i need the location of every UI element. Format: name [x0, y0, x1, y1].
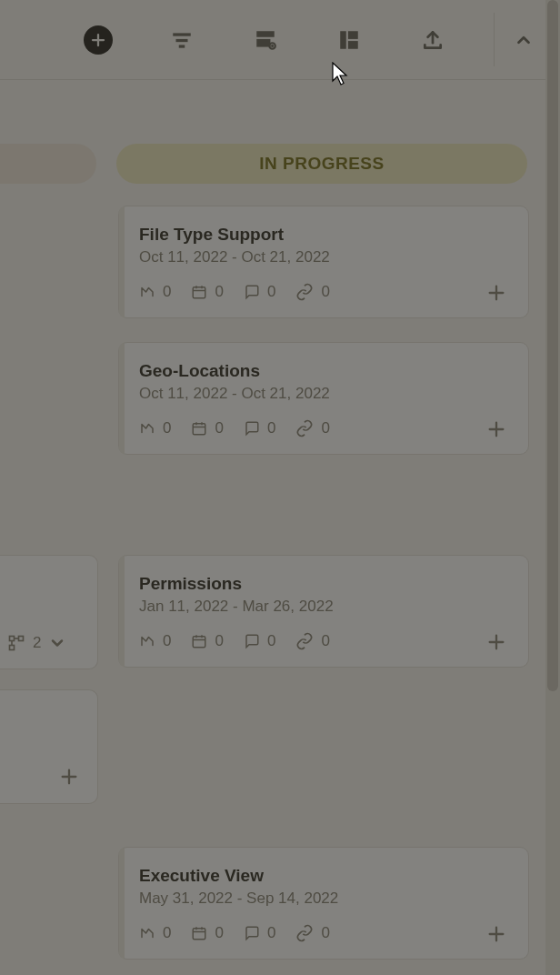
- in-progress-lane: File Type Support Oct 11, 2022 - Oct 21,…: [118, 206, 529, 975]
- comments-meta: 0: [244, 924, 275, 942]
- date-meta: 0: [191, 419, 223, 437]
- export-button[interactable]: [418, 25, 447, 55]
- column-header-in-progress[interactable]: IN PROGRESS: [116, 144, 527, 184]
- svg-rect-30: [194, 637, 206, 648]
- calendar-icon: [191, 284, 207, 300]
- attachments-count: 0: [321, 924, 329, 942]
- add-button[interactable]: [84, 25, 113, 55]
- progress-icon: [139, 925, 155, 941]
- kanban-card[interactable]: Geo-Locations Oct 11, 2022 - Oct 21, 202…: [118, 342, 529, 455]
- progress-icon: [139, 420, 155, 437]
- card-meta-row: 0 0 0 0: [139, 924, 508, 942]
- kanban-card[interactable]: Permissions Jan 11, 2022 - Mar 26, 2022 …: [118, 555, 529, 668]
- progress-icon: [139, 284, 155, 300]
- comment-icon: [244, 633, 260, 649]
- attachments-meta: 0: [295, 632, 329, 650]
- chevron-down-icon: [48, 634, 66, 652]
- subtasks-count: 2: [33, 634, 41, 652]
- comments-count: 0: [267, 419, 275, 437]
- svg-rect-3: [176, 38, 188, 41]
- layout-button[interactable]: [335, 25, 364, 55]
- toolbar-separator: [494, 13, 495, 66]
- toolbar-icon-group: [84, 25, 447, 55]
- svg-rect-24: [194, 424, 206, 435]
- upload-icon: [421, 28, 445, 52]
- collapse-button[interactable]: [509, 25, 538, 55]
- date-meta: 0: [191, 283, 223, 301]
- card-add-button[interactable]: [485, 922, 508, 946]
- chevron-up-icon: [514, 30, 534, 50]
- svg-rect-2: [173, 33, 191, 35]
- calendar-icon: [191, 925, 207, 941]
- toolbar: [0, 0, 560, 80]
- svg-rect-5: [256, 31, 275, 37]
- card-meta-row: 0 0 0 0: [139, 419, 508, 437]
- card-meta-row: 0 0 0 0: [139, 283, 508, 301]
- date-count: 0: [215, 419, 223, 437]
- attachments-meta: 0: [295, 283, 329, 301]
- svg-rect-4: [179, 45, 185, 47]
- svg-rect-11: [348, 31, 358, 39]
- comment-icon: [244, 420, 260, 437]
- attachments-meta: 0: [295, 924, 329, 942]
- link-icon: [295, 924, 314, 942]
- card-dates: Jan 11, 2022 - Mar 26, 2022: [139, 598, 508, 616]
- svg-rect-13: [10, 637, 15, 641]
- comment-icon: [244, 925, 260, 941]
- comment-icon: [244, 284, 260, 300]
- date-count: 0: [215, 283, 223, 301]
- comments-meta: 0: [244, 283, 275, 301]
- comments-count: 0: [267, 283, 275, 301]
- date-meta: 0: [191, 924, 223, 942]
- column-label: IN PROGRESS: [259, 154, 384, 174]
- svg-rect-18: [194, 287, 206, 298]
- card-add-button[interactable]: [485, 630, 508, 654]
- layout-icon: [337, 28, 361, 52]
- column-header-partial-left[interactable]: [0, 144, 96, 184]
- link-icon: [295, 283, 314, 301]
- progress-count: 0: [163, 632, 171, 650]
- calendar-icon: [191, 420, 207, 437]
- kanban-card[interactable]: File Type Support Oct 11, 2022 - Oct 21,…: [118, 206, 529, 318]
- comments-meta: 0: [244, 632, 275, 650]
- card-title: File Type Support: [139, 225, 508, 245]
- card-dates: Oct 11, 2022 - Oct 21, 2022: [139, 385, 508, 403]
- plus-icon: [486, 419, 506, 439]
- svg-rect-10: [340, 31, 346, 49]
- plus-icon: [486, 632, 506, 652]
- svg-rect-15: [10, 646, 15, 650]
- attachments-count: 0: [321, 283, 329, 301]
- kanban-card[interactable]: Executive View May 31, 2022 - Sep 14, 20…: [118, 847, 529, 960]
- plus-icon: [90, 32, 106, 48]
- scrollbar-thumb[interactable]: [547, 0, 558, 691]
- plus-icon: [486, 924, 506, 944]
- card-partial-left-1[interactable]: 2: [0, 555, 98, 669]
- svg-rect-14: [19, 637, 24, 641]
- card-dates: Oct 11, 2022 - Oct 21, 2022: [139, 248, 508, 266]
- attachments-count: 0: [321, 419, 329, 437]
- subtasks-icon: [7, 634, 25, 652]
- filter-button[interactable]: [167, 25, 196, 55]
- card-meta-row: 0 0 0 0: [139, 632, 508, 650]
- card-add-button[interactable]: [485, 417, 508, 441]
- card-partial-left-2[interactable]: [0, 689, 98, 804]
- comments-count: 0: [267, 632, 275, 650]
- card-add-button[interactable]: [485, 281, 508, 305]
- calendar-icon: [191, 633, 207, 649]
- card-dates: May 31, 2022 - Sep 14, 2022: [139, 890, 508, 908]
- vertical-scrollbar[interactable]: [545, 0, 560, 975]
- columns-button[interactable]: [251, 25, 280, 55]
- columns-icon: [254, 28, 277, 52]
- progress-meta: 0: [139, 924, 171, 942]
- attachments-count: 0: [321, 632, 329, 650]
- svg-rect-36: [194, 929, 206, 940]
- column-headers: IN PROGRESS: [0, 144, 560, 184]
- plus-icon: [59, 767, 79, 787]
- card-add-button[interactable]: [59, 767, 79, 787]
- filter-icon: [170, 28, 194, 52]
- progress-count: 0: [163, 924, 171, 942]
- date-meta: 0: [191, 632, 223, 650]
- date-count: 0: [215, 632, 223, 650]
- comments-meta: 0: [244, 419, 275, 437]
- svg-rect-12: [348, 41, 358, 49]
